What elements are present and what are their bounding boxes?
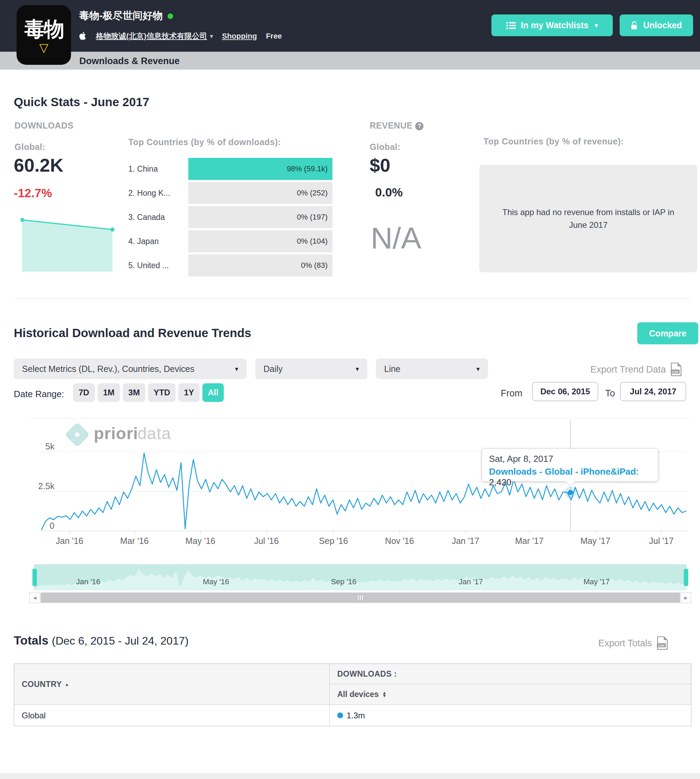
range-button-all[interactable]: All xyxy=(202,383,224,402)
totals-subtitle: (Dec 6, 2015 - Jul 24, 2017) xyxy=(52,634,188,647)
revenue-change: 0.0% xyxy=(375,185,403,199)
x-tick-label: Jan '17 xyxy=(445,536,486,546)
chart-scrollbar[interactable]: ◂ ▸ xyxy=(29,592,692,603)
navigator-label: May '16 xyxy=(197,578,235,586)
revenue-empty-box: This app had no revenue from installs or… xyxy=(479,165,697,272)
x-tick-label: May '16 xyxy=(180,536,221,546)
publisher-link[interactable]: 格物致诚(北京)信息技术有限公司 xyxy=(96,31,207,42)
scrollbar-track[interactable] xyxy=(41,593,680,603)
column-header-devices[interactable]: All devices ▲▼ xyxy=(330,684,691,704)
country-bar: 0% (252) xyxy=(188,182,332,204)
to-date-input[interactable]: Jul 24, 2017 xyxy=(620,382,686,401)
x-tick-label: Jan '16 xyxy=(49,536,90,546)
hover-marker-dot xyxy=(568,490,573,495)
from-date-input[interactable]: Dec 06, 2015 xyxy=(532,382,598,401)
column-header-downloads: DOWNLOADS : xyxy=(330,664,691,684)
app-title: 毒物-极尽世间好物 xyxy=(79,9,173,23)
revenue-global-value: $0 xyxy=(370,155,390,176)
app-icon: 毒物 ▽ xyxy=(17,5,71,65)
csv-file-icon: CSV xyxy=(670,363,682,376)
country-row: 2. Hong K... 0% (252) xyxy=(128,182,332,204)
country-row: 1. China 98% (59.1k) xyxy=(128,158,332,180)
category-link[interactable]: Shopping xyxy=(222,32,257,41)
navigator-label: May '17 xyxy=(578,578,615,586)
country-bar: 0% (83) xyxy=(188,255,332,276)
unlocked-button[interactable]: Unlocked xyxy=(620,15,693,36)
scroll-right-arrow[interactable]: ▸ xyxy=(680,592,692,603)
footer-strip xyxy=(0,773,700,779)
navigator-handle-right[interactable] xyxy=(684,569,688,586)
cell-downloads: 1.3m xyxy=(330,705,691,726)
help-icon[interactable]: ? xyxy=(415,122,423,130)
from-label: From xyxy=(501,388,522,399)
metrics-dropdown[interactable]: Select Metrics (DL, Rev.), Countries, De… xyxy=(14,358,247,379)
list-icon xyxy=(506,22,516,29)
date-range-label: Date Range: xyxy=(14,389,64,399)
x-tick-label: Sep '16 xyxy=(313,536,354,546)
chart-navigator[interactable]: Jan '16May '16Sep '16Jan '17May '17 xyxy=(35,564,686,590)
totals-title: Totals (Dec 6, 2015 - Jul 24, 2017) xyxy=(14,634,188,648)
range-button-ytd[interactable]: YTD xyxy=(148,383,175,402)
chart-type-dropdown[interactable]: Line ▾ xyxy=(376,358,488,379)
range-button-1y[interactable]: 1Y xyxy=(178,383,199,402)
top-countries-downloads-label: Top Countries (by % of downloads): xyxy=(128,137,281,147)
table-header: COUNTRY ▲ DOWNLOADS : All devices ▲▼ xyxy=(14,664,691,704)
chart-tooltip: Sat, Apr 8, 2017 Downloads - Global - iP… xyxy=(482,448,658,481)
section-divider xyxy=(14,298,692,299)
sort-asc-icon: ▲ xyxy=(65,682,69,687)
revenue-empty-message: This app had no revenue from installs or… xyxy=(502,206,675,231)
trends-title: Historical Download and Revenue Trends xyxy=(14,326,251,340)
x-tick-label: Jul '16 xyxy=(246,536,287,546)
app-icon-triangle: ▽ xyxy=(17,42,71,53)
status-dot xyxy=(168,13,173,19)
subnav-title: Downloads & Revenue xyxy=(79,56,180,67)
to-label: To xyxy=(605,388,615,399)
x-tick-label: Nov '16 xyxy=(379,536,420,546)
downloads-global-value: 60.2K xyxy=(14,155,63,176)
csv-file-icon: CSV xyxy=(656,636,668,650)
cell-country: Global xyxy=(14,705,330,726)
country-download-list: 1. China 98% (59.1k) 2. Hong K... 0% (25… xyxy=(128,158,332,278)
sort-icon: ▲▼ xyxy=(382,691,387,697)
publisher-caret-icon[interactable]: ▾ xyxy=(210,32,213,40)
range-button-3m[interactable]: 3M xyxy=(123,383,145,402)
top-header: 毒物-极尽世间好物 格物致诚(北京)信息技术有限公司 ▾ Shopping Fr… xyxy=(0,0,700,52)
date-range-buttons: 7D 1M 3M YTD 1Y All xyxy=(73,383,224,402)
totals-table: COUNTRY ▲ DOWNLOADS : All devices ▲▼ Glo… xyxy=(14,664,692,726)
navigator-label: Jan '17 xyxy=(452,578,490,586)
svg-text:CSV: CSV xyxy=(672,370,678,374)
country-bar: 0% (104) xyxy=(188,230,332,252)
subnav-bar: Downloads & Revenue xyxy=(0,52,700,70)
watchlists-caret-icon: ▾ xyxy=(595,22,598,29)
x-tick-label: Mar '17 xyxy=(508,536,550,546)
price-label: Free xyxy=(266,32,282,41)
downloads-sparkline xyxy=(21,216,115,272)
country-row: 5. United ... 0% (83) xyxy=(128,255,332,276)
navigator-handle-left[interactable] xyxy=(32,569,37,586)
apple-icon xyxy=(78,32,87,41)
export-totals-link[interactable]: Export Totals CSV xyxy=(598,636,668,650)
revenue-na-label: N/A xyxy=(371,221,422,256)
interval-dropdown[interactable]: Daily ▾ xyxy=(255,358,367,379)
unlocked-label: Unlocked xyxy=(643,20,682,30)
watchlists-button[interactable]: In my Watchlists ▾ xyxy=(492,15,613,36)
range-button-7d[interactable]: 7D xyxy=(73,383,95,402)
app-analytics-page: 毒物-极尽世间好物 格物致诚(北京)信息技术有限公司 ▾ Shopping Fr… xyxy=(0,0,700,779)
watchlists-label: In my Watchlists xyxy=(521,20,588,30)
downloads-section-label: DOWNLOADS xyxy=(15,121,73,131)
scroll-left-arrow[interactable]: ◂ xyxy=(29,592,40,603)
country-bar: 0% (197) xyxy=(188,206,332,228)
table-row: Global 1.3m xyxy=(14,704,691,726)
column-header-country[interactable]: COUNTRY ▲ xyxy=(14,664,330,704)
export-trend-data-link[interactable]: Export Trend Data CSV xyxy=(590,363,682,376)
compare-button[interactable]: Compare xyxy=(637,322,698,345)
quick-stats-title: Quick Stats - June 2017 xyxy=(14,95,149,109)
range-button-1m[interactable]: 1M xyxy=(98,383,120,402)
trend-chart[interactable]: prioridata 5k 2.5k 0 Jan '16Mar '16May '… xyxy=(29,415,692,548)
chevron-down-icon: ▾ xyxy=(355,365,359,373)
x-tick-label: Mar '16 xyxy=(114,536,155,546)
downloads-global-label: Global: xyxy=(15,142,45,152)
chevron-down-icon: ▾ xyxy=(235,365,238,373)
app-icon-characters: 毒物 xyxy=(17,19,71,40)
svg-text:CSV: CSV xyxy=(658,644,665,648)
